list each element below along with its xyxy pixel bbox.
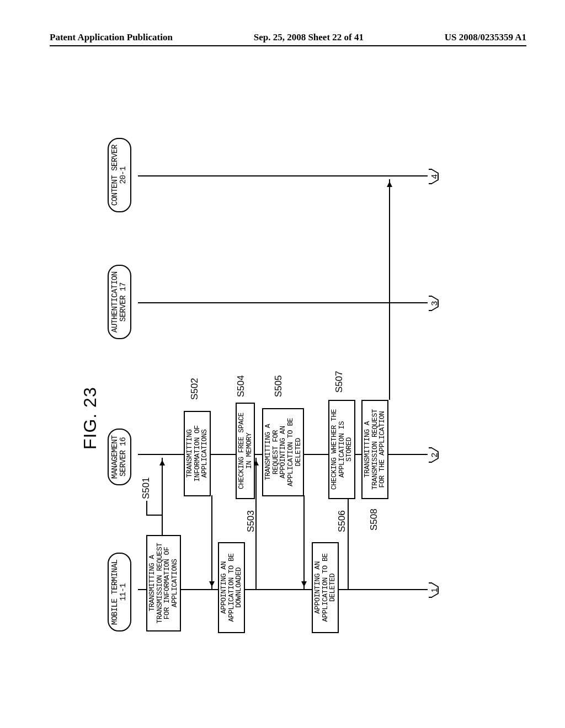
step-s504-tag: S504	[236, 375, 247, 397]
actor-management-server: MANAGEMENT SERVER 16	[108, 429, 131, 485]
step-s505-tag: S505	[273, 375, 284, 397]
figure-label: FIG. 23	[80, 387, 100, 449]
lifeline-content	[138, 175, 428, 176]
step-s508-box: TRANSMITTING A TRANSMISSION REQUEST FOR …	[361, 400, 388, 499]
step-s501-box: TRANSMITTING A TRANSMISSION REQUEST FOR …	[146, 535, 181, 631]
arrow-s501	[162, 458, 163, 535]
step-s506-tag: S506	[337, 510, 348, 532]
arrow-s505	[303, 495, 305, 589]
lead-s501	[146, 515, 162, 516]
connector-2: 2	[429, 447, 439, 463]
header-right: US 2008/0235359 A1	[445, 32, 526, 43]
actor-content-server: CONTENT SERVER 20-1	[108, 138, 131, 212]
step-s503-tag: S503	[246, 510, 257, 532]
arrow-s503	[255, 458, 257, 589]
arrow-s502	[211, 495, 212, 589]
sequence-diagram: FIG. 23 MOBILE TERMINAL 11-1 MANAGEMENT …	[3, 182, 565, 568]
step-s501-tag: S501	[141, 477, 152, 499]
connector-4: 4	[429, 169, 439, 184]
actor-authentication-server: AUTHENTICATION SERVER 17	[108, 265, 131, 339]
step-s508-tag: S508	[369, 508, 380, 531]
step-s502-box: TRANSMITTING INFORMATION OF APPLICATIONS	[184, 411, 211, 496]
diagram-canvas: FIG. 23 MOBILE TERMINAL 11-1 MANAGEMENT …	[91, 94, 477, 656]
step-s503-box: APPOINTING AN APPLICATION TO BE DOWNLOAD…	[218, 542, 245, 633]
arrow-s508	[389, 179, 390, 400]
page-header: Patent Application Publication Sep. 25, …	[50, 32, 526, 46]
step-s507-tag: S507	[334, 371, 345, 393]
header-center: Sep. 25, 2008 Sheet 22 of 41	[254, 32, 364, 43]
step-s504-box: CHECKING FREE SPACE IN MEMORY	[236, 403, 255, 499]
page: Patent Application Publication Sep. 25, …	[0, 0, 565, 728]
step-s502-tag: S502	[189, 378, 200, 400]
lifeline-mobile	[138, 589, 428, 590]
step-s505-box: TRANSMITTING A REQUEST FOR APPOINTING AN…	[262, 408, 304, 496]
step-s506-box: APPOINTING AN APPLICATION TO BE DELETED	[312, 542, 339, 633]
connector-1: 1	[429, 582, 439, 598]
connector-3: 3	[429, 296, 439, 311]
lifeline-auth	[138, 302, 428, 303]
header-left: Patent Application Publication	[50, 32, 173, 43]
actor-mobile-terminal: MOBILE TERMINAL 11-1	[108, 553, 131, 631]
lead-s501-h	[146, 501, 147, 516]
step-s507-box: CHECKING WHETHER THE APPLICATION IS STOR…	[328, 400, 355, 499]
